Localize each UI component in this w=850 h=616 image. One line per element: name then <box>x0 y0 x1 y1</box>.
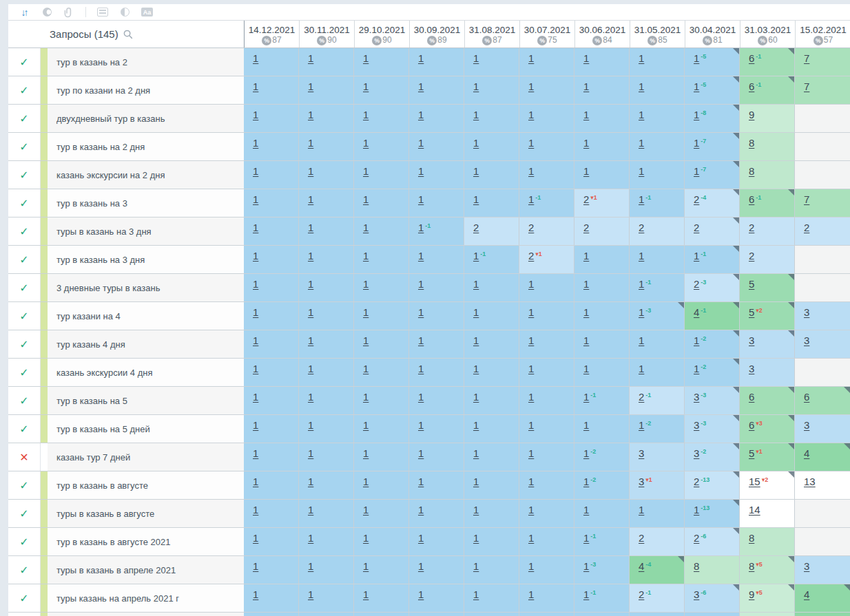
position-cell[interactable]: 1 <box>464 500 519 527</box>
position-cell[interactable]: 1 <box>354 105 409 132</box>
position-cell[interactable]: 1 <box>299 584 354 612</box>
position-value[interactable]: 4 <box>804 447 809 459</box>
position-value[interactable]: 1 <box>528 363 534 374</box>
position-value[interactable]: 1 <box>418 476 424 487</box>
position-value[interactable]: 3 <box>639 447 644 459</box>
query-label[interactable]: тур в казань на 5 <box>56 396 127 406</box>
position-value[interactable]: 3 <box>749 334 754 346</box>
check-icon[interactable]: ✓ <box>8 330 41 358</box>
check-icon[interactable]: ✓ <box>8 105 41 132</box>
position-value[interactable]: 1 <box>308 476 313 487</box>
query-label[interactable]: тур в казань на 2 дня <box>56 142 145 152</box>
position-cell[interactable]: 1 <box>574 359 630 386</box>
position-value[interactable]: 1 <box>583 278 589 290</box>
position-cell[interactable]: 7 <box>795 189 850 217</box>
position-value[interactable]: 2 <box>639 588 644 600</box>
position-value[interactable]: 1 <box>694 137 699 149</box>
position-value[interactable]: 1 <box>308 165 313 177</box>
position-cell[interactable]: 3 <box>795 330 850 358</box>
query-label[interactable]: 3 дневные туры в казань <box>56 283 160 293</box>
query-cell[interactable]: тур казани на 4 <box>48 302 244 330</box>
position-cell[interactable]: 1 <box>519 330 574 358</box>
position-value[interactable]: 1 <box>253 306 258 318</box>
position-cell[interactable]: 8▾5 <box>740 556 795 584</box>
position-value[interactable]: 1 <box>583 334 589 346</box>
position-value[interactable]: 6 <box>804 391 809 403</box>
position-cell[interactable]: 1 <box>574 246 630 273</box>
position-cell[interactable]: 1 <box>299 330 354 358</box>
position-cell[interactable]: 1 <box>354 133 409 160</box>
position-value[interactable]: 2 <box>528 250 534 262</box>
position-value[interactable]: 1 <box>583 419 589 431</box>
position-value[interactable]: 1 <box>253 109 258 120</box>
position-value[interactable]: 1 <box>473 306 479 318</box>
position-value[interactable]: 1 <box>639 81 644 92</box>
position-cell[interactable]: 1-1 <box>574 528 630 555</box>
position-cell[interactable]: 1 <box>354 415 409 443</box>
position-cell[interactable]: 1 <box>244 302 299 330</box>
date-header[interactable]: 31.03.2021%60 <box>740 21 796 47</box>
position-value[interactable]: 2 <box>528 222 534 233</box>
position-value[interactable]: 1 <box>363 504 369 516</box>
position-cell[interactable]: 1 <box>299 443 354 471</box>
position-value[interactable]: 3 <box>694 447 699 459</box>
position-value[interactable]: 1 <box>473 52 479 64</box>
position-value[interactable]: 3 <box>804 419 809 431</box>
position-cell[interactable]: 1 <box>630 133 685 160</box>
x-icon[interactable]: ✕ <box>8 443 41 471</box>
position-value[interactable]: 1 <box>363 419 369 431</box>
position-cell[interactable]: 1 <box>574 415 630 443</box>
position-cell[interactable]: 2-6 <box>685 528 740 555</box>
position-cell[interactable]: 1 <box>299 415 354 443</box>
position-cell[interactable]: 1-7 <box>685 161 740 189</box>
position-value[interactable]: 1 <box>418 250 424 262</box>
position-cell[interactable]: 1 <box>519 500 574 527</box>
query-cell[interactable]: туры в казань в августе <box>48 500 244 527</box>
position-value[interactable]: 1 <box>308 193 313 205</box>
position-cell[interactable]: 4 <box>795 443 850 471</box>
position-value[interactable]: 1 <box>473 278 479 290</box>
query-label[interactable]: тур в казань в августе 2021 <box>56 537 170 547</box>
position-cell[interactable]: 1 <box>409 274 464 301</box>
position-value[interactable]: 14 <box>749 504 760 516</box>
position-value[interactable]: 5 <box>749 278 754 290</box>
position-cell[interactable]: 1 <box>409 105 464 132</box>
position-cell[interactable]: 1 <box>299 528 354 555</box>
position-cell[interactable]: 1 <box>464 274 519 301</box>
position-value[interactable]: 3 <box>804 334 809 346</box>
position-cell[interactable]: 1 <box>354 274 409 301</box>
position-value[interactable]: 1 <box>363 532 369 544</box>
position-cell[interactable]: 1-1 <box>685 246 740 273</box>
position-value[interactable]: 6 <box>749 52 754 64</box>
position-value[interactable]: 2 <box>583 193 589 205</box>
position-value[interactable]: 1 <box>253 334 258 346</box>
position-cell[interactable]: 1 <box>464 415 519 443</box>
position-value[interactable]: 8 <box>749 137 754 149</box>
position-cell[interactable]: 1 <box>299 387 354 414</box>
date-header[interactable]: 15.02.2021%57 <box>796 21 850 47</box>
position-cell[interactable]: 1 <box>464 387 519 414</box>
query-cell[interactable]: казань тур 7 дней <box>48 443 244 471</box>
position-value[interactable]: 1 <box>363 52 369 64</box>
position-value[interactable]: 1 <box>363 363 369 374</box>
position-value[interactable]: 1 <box>308 278 313 290</box>
position-value[interactable]: 1 <box>418 588 424 600</box>
position-cell[interactable]: 1 <box>464 48 519 76</box>
date-header[interactable]: 31.05.2021%85 <box>630 21 685 47</box>
position-value[interactable]: 1 <box>639 334 644 346</box>
position-cell[interactable]: 1 <box>519 471 574 499</box>
position-cell[interactable]: 2 <box>519 217 574 245</box>
query-cell[interactable]: тур в казань в августе <box>48 471 244 499</box>
position-value[interactable]: 1 <box>639 193 644 205</box>
position-value[interactable]: 1 <box>473 419 479 431</box>
position-cell[interactable]: 1 <box>299 133 354 160</box>
position-cell[interactable]: 2 <box>740 246 795 273</box>
position-cell[interactable]: 2▾1 <box>574 189 630 217</box>
position-value[interactable]: 1 <box>583 588 589 600</box>
contrast-icon[interactable] <box>119 6 130 19</box>
position-cell[interactable]: 1 <box>630 500 685 527</box>
position-cell[interactable]: 1-2 <box>574 471 630 499</box>
position-cell[interactable]: 3-6 <box>685 584 740 612</box>
position-value[interactable]: 1 <box>253 588 258 600</box>
position-cell[interactable]: 1 <box>464 443 519 471</box>
